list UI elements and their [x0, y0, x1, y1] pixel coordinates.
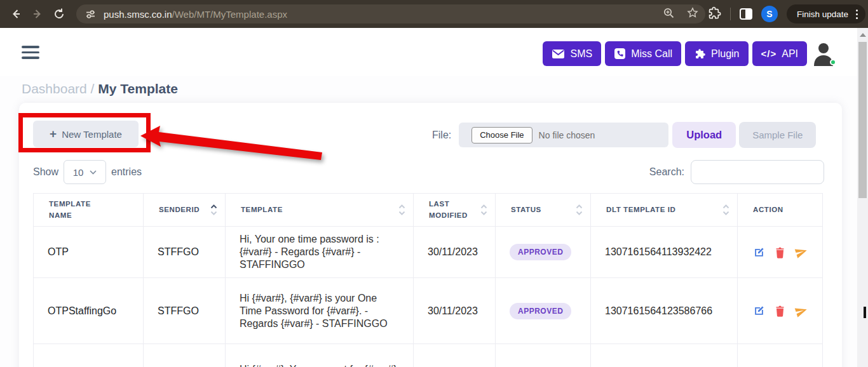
scroll-up-arrow-icon[interactable] — [860, 33, 866, 37]
sort-icons[interactable] — [210, 204, 217, 215]
search-label: Search: — [649, 166, 684, 178]
sample-file-button[interactable]: Sample File — [739, 122, 816, 148]
last-modified-cell: 30/11/2023 — [414, 227, 496, 278]
breadcrumb: Dashboard / My Template — [22, 81, 178, 97]
table-row: OTP STFFGO Hi, Your one time password is… — [34, 227, 823, 278]
send-icon[interactable] — [795, 246, 808, 258]
menu-hamburger-icon[interactable] — [22, 46, 39, 59]
sender-id-cell: STFFGO — [144, 227, 226, 278]
column-header[interactable]: TEMPLATE NAME — [34, 194, 144, 227]
sort-icons[interactable] — [398, 204, 405, 215]
url-bar[interactable]: push.smsc.co.in/Web/MT/MyTemplate.aspx — [76, 4, 705, 23]
extensions-icon[interactable] — [707, 6, 721, 22]
url-text: push.smsc.co.in/Web/MT/MyTemplate.aspx — [104, 9, 287, 20]
column-header[interactable]: SENDERID — [144, 194, 226, 227]
forward-icon[interactable] — [27, 3, 48, 25]
show-label: Show — [33, 166, 58, 178]
sort-icons[interactable] — [576, 204, 583, 215]
template-name-cell: ActionMsg — [34, 344, 144, 367]
scrollbar-thumb[interactable] — [858, 42, 867, 198]
miss-call-button[interactable]: Miss Call — [605, 41, 681, 66]
status-cell: APPROVED — [496, 278, 591, 344]
last-modified-cell: 30/11/2023 — [414, 344, 496, 367]
plugin-button[interactable]: Plugin — [685, 41, 748, 66]
side-panel-icon[interactable] — [740, 8, 752, 20]
template-name-cell: OTP — [34, 227, 144, 278]
code-icon: </> — [761, 48, 777, 59]
chrome-menu-icon[interactable] — [855, 8, 859, 20]
templates-table: TEMPLATE NAME SENDERID TEMPLATE LAST MOD… — [33, 193, 823, 367]
user-avatar[interactable] — [812, 42, 835, 66]
table-row: OTPStaffingGo STFFGO Hi {#var#}, {#var#}… — [34, 278, 823, 344]
text-cursor — [864, 307, 866, 318]
toolbar-divider — [730, 8, 731, 20]
template-text-cell: Hi, Your one time password is : {#var#} … — [226, 227, 414, 278]
table-row: ActionMsg STFFGO Hi {#var#}, Your reques… — [34, 344, 823, 367]
upload-button[interactable]: Upload — [672, 122, 736, 148]
last-modified-cell: 30/11/2023 — [414, 278, 496, 344]
chevron-down-icon — [90, 170, 97, 175]
app-header: SMS Miss Call Plugin </> API — [0, 28, 868, 76]
choose-file-button[interactable]: Choose File — [471, 127, 532, 143]
api-button[interactable]: </> API — [752, 41, 807, 66]
sender-id-cell: STFFGO — [144, 278, 226, 344]
page-scrollbar[interactable] — [857, 28, 868, 367]
dlt-id-cell: 1307161564134276660 — [591, 344, 738, 367]
sort-icons[interactable] — [722, 204, 729, 215]
sort-icons[interactable] — [480, 204, 487, 215]
sender-id-cell: STFFGO — [144, 344, 226, 367]
plus-icon: + — [50, 127, 57, 141]
reload-icon[interactable] — [48, 3, 70, 25]
edit-icon[interactable] — [753, 246, 765, 258]
status-badge: APPROVED — [510, 303, 571, 319]
zoom-icon[interactable] — [663, 7, 675, 22]
send-icon[interactable] — [795, 305, 808, 317]
templates-card: + New Template File: Choose File No file… — [19, 103, 842, 367]
sms-button[interactable]: SMS — [543, 41, 601, 66]
column-header[interactable]: TEMPLATE — [226, 194, 414, 227]
browser-profile-avatar[interactable]: S — [761, 6, 778, 22]
dlt-id-cell: 1307161564123586766 — [591, 278, 738, 344]
entries-label: entries — [111, 166, 142, 178]
column-header[interactable]: LAST MODIFIED — [414, 194, 496, 227]
column-header[interactable]: ACTION — [738, 194, 823, 227]
file-input[interactable]: Choose File No file chosen — [459, 123, 668, 147]
column-header[interactable]: STATUS — [496, 194, 591, 227]
bookmark-star-icon[interactable] — [686, 6, 699, 22]
page: push.smsc.co.in/Web/MT/MyTemplate.aspx S… — [0, 0, 868, 367]
breadcrumb-dashboard[interactable]: Dashboard — [22, 81, 87, 96]
browser-toolbar: push.smsc.co.in/Web/MT/MyTemplate.aspx S… — [0, 0, 868, 28]
status-badge: APPROVED — [510, 244, 571, 260]
entries-select[interactable]: 10 — [64, 160, 106, 184]
file-chosen-text: No file chosen — [539, 130, 595, 140]
envelope-icon — [552, 49, 565, 59]
action-cell — [738, 344, 823, 367]
action-cell — [738, 227, 823, 278]
phone-icon — [614, 48, 626, 60]
back-icon[interactable] — [5, 3, 27, 25]
template-text-cell: Hi {#var#}, {#var#} is your One Time Pas… — [226, 278, 414, 344]
dlt-id-cell: 1307161564113932422 — [591, 227, 738, 278]
edit-icon[interactable] — [753, 305, 765, 317]
page-title: My Template — [98, 81, 178, 96]
delete-icon[interactable] — [775, 246, 785, 258]
file-label: File: — [432, 130, 451, 141]
delete-icon[interactable] — [775, 305, 785, 317]
site-settings-icon[interactable] — [85, 9, 96, 20]
template-name-cell: OTPStaffingGo — [34, 278, 144, 344]
online-status-dot — [830, 59, 836, 65]
column-header[interactable]: DLT TEMPLATE ID — [591, 194, 738, 227]
search-input[interactable] — [691, 160, 824, 184]
new-template-button[interactable]: + New Template — [33, 121, 139, 147]
template-text-cell: Hi {#var#}, Your request for {#var#} is … — [226, 344, 414, 367]
status-cell: APPROVED — [496, 344, 591, 367]
status-cell: APPROVED — [496, 227, 591, 278]
action-cell — [738, 278, 823, 344]
finish-update-button[interactable]: Finish update — [787, 4, 865, 23]
puzzle-icon — [694, 48, 706, 60]
